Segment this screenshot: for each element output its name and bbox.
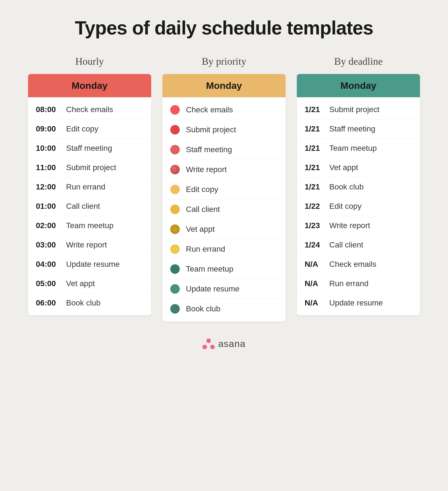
time-label: 01:00: [36, 202, 61, 211]
task-label: Team meetup: [329, 144, 377, 153]
priority-dot: [170, 205, 180, 214]
list-item: 1/21 Vet appt: [297, 158, 420, 177]
asana-footer: asana: [202, 338, 246, 349]
priority-dot: [170, 264, 180, 274]
priority-dot: [170, 105, 180, 115]
priority-dot: [170, 125, 180, 135]
task-label: Check emails: [186, 105, 233, 114]
list-item: 1/21 Team meetup: [297, 139, 420, 158]
time-label: 05:00: [36, 279, 61, 288]
deadline-date: N/A: [305, 298, 324, 307]
day-header-deadline: Monday: [297, 74, 420, 97]
task-label: Vet appt: [329, 163, 358, 172]
list-item: 04:00 Update resume: [28, 255, 151, 274]
deadline-date: N/A: [305, 279, 324, 288]
deadline-date: 1/21: [305, 105, 324, 114]
priority-dot: [170, 165, 180, 174]
list-item: Write report: [162, 160, 286, 180]
list-item: Vet appt: [162, 219, 286, 239]
task-label: Vet appt: [186, 225, 215, 234]
task-label: Team meetup: [186, 265, 234, 274]
list-item: N/A Check emails: [297, 255, 420, 274]
list-item: 12:00 Run errand: [28, 177, 151, 197]
time-label: 03:00: [36, 240, 61, 249]
task-label: Vet appt: [66, 279, 95, 288]
priority-dot: [170, 185, 180, 194]
deadline-date: 1/21: [305, 182, 324, 191]
deadline-date: 1/21: [305, 144, 324, 153]
time-label: 09:00: [36, 124, 61, 133]
priority-dot: [170, 145, 180, 154]
task-label: Submit project: [186, 125, 236, 134]
list-item: 1/22 Edit copy: [297, 197, 420, 216]
list-item: N/A Run errand: [297, 274, 420, 293]
list-item: 03:00 Write report: [28, 235, 151, 255]
column-hourly: Hourly Monday 08:00 Check emails 09:00 E…: [28, 55, 151, 321]
list-item: Edit copy: [162, 180, 286, 200]
asana-dot-left: [202, 345, 207, 349]
day-header-priority: Monday: [162, 74, 286, 97]
deadline-date: N/A: [305, 260, 324, 269]
task-label: Staff meeting: [329, 124, 375, 133]
list-item: 05:00 Vet appt: [28, 274, 151, 293]
task-label: Staff meeting: [186, 145, 232, 154]
list-item: 1/21 Book club: [297, 177, 420, 197]
list-item: 11:00 Submit project: [28, 158, 151, 177]
list-item: 10:00 Staff meeting: [28, 139, 151, 158]
deadline-date: 1/21: [305, 163, 324, 172]
priority-dot: [170, 224, 180, 234]
list-item: 1/21 Submit project: [297, 100, 420, 119]
asana-dot-right: [210, 345, 215, 349]
task-label: Check emails: [329, 260, 376, 269]
time-label: 08:00: [36, 105, 61, 114]
hourly-list: 08:00 Check emails 09:00 Edit copy 10:00…: [28, 97, 151, 315]
task-label: Run errand: [66, 182, 105, 191]
priority-dot: [170, 284, 180, 294]
page-title: Types of daily schedule templates: [75, 17, 373, 39]
day-header-hourly: Monday: [28, 74, 151, 97]
task-label: Write report: [66, 240, 107, 249]
list-item: N/A Update resume: [297, 293, 420, 312]
time-label: 04:00: [36, 260, 61, 269]
col-label-hourly: Hourly: [28, 55, 151, 67]
asana-icon: [202, 339, 215, 349]
task-label: Call client: [186, 205, 220, 214]
task-label: Book club: [329, 182, 364, 191]
list-item: Staff meeting: [162, 140, 286, 160]
list-item: Run errand: [162, 239, 286, 259]
deadline-date: 1/22: [305, 202, 324, 211]
priority-list: Check emails Submit project Staff meetin…: [162, 97, 286, 321]
priority-dot: [170, 244, 180, 254]
time-label: 10:00: [36, 144, 61, 153]
list-item: 1/23 Write report: [297, 216, 420, 235]
task-label: Call client: [66, 202, 100, 211]
deadline-date: 1/24: [305, 240, 324, 249]
task-label: Book club: [186, 304, 220, 313]
column-deadline: By deadline Monday 1/21 Submit project 1…: [297, 55, 420, 321]
task-label: Book club: [66, 298, 101, 307]
task-label: Edit copy: [329, 202, 361, 211]
task-label: Run errand: [329, 279, 368, 288]
list-item: Submit project: [162, 120, 286, 140]
task-label: Update resume: [66, 260, 120, 269]
task-label: Call client: [329, 240, 363, 249]
asana-dot-top: [206, 339, 211, 343]
time-label: 11:00: [36, 163, 61, 172]
deadline-list: 1/21 Submit project 1/21 Staff meeting 1…: [297, 97, 420, 315]
task-label: Run errand: [186, 245, 225, 254]
priority-dot: [170, 304, 180, 314]
col-label-priority: By priority: [162, 55, 286, 67]
asana-logo: asana: [202, 338, 246, 349]
list-item: 06:00 Book club: [28, 293, 151, 312]
task-label: Team meetup: [66, 221, 114, 230]
columns-wrapper: Hourly Monday 08:00 Check emails 09:00 E…: [22, 55, 426, 321]
list-item: 08:00 Check emails: [28, 100, 151, 119]
deadline-date: 1/23: [305, 221, 324, 230]
task-label: Write report: [329, 221, 370, 230]
list-item: Check emails: [162, 100, 286, 120]
time-label: 06:00: [36, 298, 61, 307]
task-label: Submit project: [329, 105, 379, 114]
list-item: 02:00 Team meetup: [28, 216, 151, 235]
task-label: Check emails: [66, 105, 113, 114]
column-priority: By priority Monday Check emails Submit p…: [162, 55, 286, 321]
